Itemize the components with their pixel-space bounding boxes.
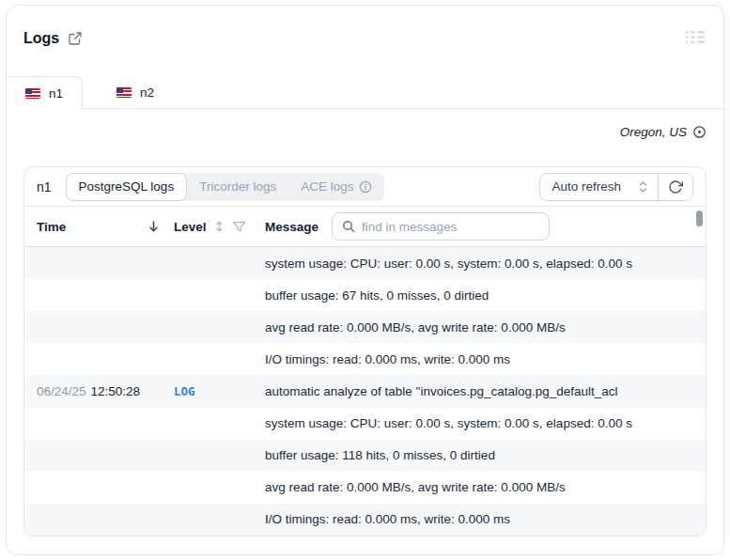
row-time-cell (37, 257, 174, 271)
auto-refresh-label: Auto refresh (551, 179, 621, 194)
column-header-time[interactable]: Time (37, 220, 174, 234)
column-label-time: Time (37, 220, 66, 234)
info-icon (359, 180, 372, 194)
source-tab-label: Tricorder logs (199, 179, 276, 194)
source-tab-postgresql[interactable]: PostgreSQL logs (66, 173, 188, 201)
logs-panel: n1 PostgreSQL logs Tricorder logs ACE lo… (23, 166, 707, 537)
row-message: automatic analyze of table "invoices.pg_… (265, 384, 706, 398)
us-flag-icon (116, 87, 132, 98)
node-tabs: n1 n2 (7, 76, 723, 109)
list-icon[interactable] (686, 30, 705, 44)
sort-icon[interactable] (215, 220, 224, 233)
tab-label: n1 (49, 86, 63, 101)
row-time-cell (37, 480, 174, 494)
column-header-level[interactable]: Level (174, 220, 265, 234)
log-row[interactable]: I/O timings: read: 0.000 ms, write: 0.00… (24, 504, 706, 536)
auto-refresh-select[interactable]: Auto refresh (540, 174, 658, 200)
panel-header: n1 PostgreSQL logs Tricorder logs ACE lo… (24, 167, 706, 207)
row-time-cell (37, 352, 174, 366)
row-time-cell (37, 416, 174, 430)
row-level: LOG (174, 384, 265, 398)
source-tab-label: ACE logs (301, 179, 353, 194)
sort-desc-icon[interactable] (148, 220, 159, 233)
tab-n1[interactable]: n1 (6, 76, 83, 109)
log-row[interactable]: system usage: CPU: user: 0.00 s, system:… (24, 408, 706, 440)
row-message: I/O timings: read: 0.000 ms, write: 0.00… (265, 352, 706, 366)
log-row[interactable]: I/O timings: read: 0.000 ms, write: 0.00… (24, 343, 706, 375)
logs-card: Logs n1 n2 Oregon, US (6, 5, 724, 555)
filter-icon[interactable] (232, 221, 246, 233)
node-label: n1 (37, 179, 52, 194)
source-tab-tricorder[interactable]: Tricorder logs (187, 173, 288, 201)
row-message: system usage: CPU: user: 0.00 s, system:… (265, 257, 706, 271)
tab-label: n2 (140, 86, 154, 100)
page-title: Logs (23, 30, 59, 47)
source-tab-ace[interactable]: ACE logs (288, 173, 384, 201)
refresh-control: Auto refresh (539, 173, 693, 201)
search-icon (342, 220, 355, 233)
table-header: Time Level (24, 207, 706, 247)
row-message: avg read rate: 0.000 MB/s, avg write rat… (265, 320, 706, 334)
scrollbar-thumb[interactable] (696, 210, 703, 226)
log-row[interactable]: 06/24/2512:50:28 LOG automatic analyze o… (24, 375, 706, 407)
row-message: buffer usage: 67 hits, 0 misses, 0 dirti… (265, 288, 706, 303)
row-time-cell (37, 288, 174, 303)
row-time-cell (37, 448, 174, 462)
row-message: I/O timings: read: 0.000 ms, write: 0.00… (265, 512, 706, 526)
log-row[interactable]: avg read rate: 0.000 MB/s, avg write rat… (24, 472, 706, 504)
row-message: system usage: CPU: user: 0.00 s, system:… (265, 416, 706, 430)
log-row[interactable]: avg read rate: 0.000 MB/s, avg write rat… (24, 311, 706, 343)
row-message: buffer usage: 118 hits, 0 misses, 0 dirt… (265, 448, 706, 462)
row-time-cell (37, 512, 174, 526)
card-header: Logs (23, 30, 83, 47)
region-row: Oregon, US (620, 125, 707, 139)
column-header-message: Message (265, 212, 693, 241)
table-body: system usage: CPU: user: 0.00 s, system:… (24, 247, 706, 536)
location-icon (692, 125, 707, 139)
log-row[interactable]: buffer usage: 67 hits, 0 misses, 0 dirti… (24, 279, 706, 311)
search-input[interactable] (362, 220, 539, 234)
log-row[interactable]: buffer usage: 118 hits, 0 misses, 0 dirt… (24, 440, 706, 472)
source-tab-label: PostgreSQL logs (79, 179, 175, 194)
log-row[interactable]: system usage: CPU: user: 0.00 s, system:… (24, 247, 706, 279)
row-time-cell: 06/24/2512:50:28 (37, 384, 174, 398)
chevron-up-down-icon (638, 180, 648, 194)
row-time: 12:50:28 (91, 384, 141, 398)
tab-n2[interactable]: n2 (98, 76, 173, 108)
column-label-message: Message (265, 220, 318, 234)
column-label-level: Level (174, 220, 207, 234)
row-message: avg read rate: 0.000 MB/s, avg write rat… (265, 480, 706, 494)
refresh-button[interactable] (659, 174, 692, 200)
us-flag-icon (25, 88, 40, 99)
message-search[interactable] (332, 212, 550, 241)
region-label: Oregon, US (620, 125, 687, 139)
row-time-cell (37, 320, 174, 334)
row-date: 06/24/25 (37, 384, 86, 398)
external-link-icon[interactable] (68, 31, 83, 46)
log-source-tabs: PostgreSQL logs Tricorder logs ACE logs (66, 173, 385, 201)
